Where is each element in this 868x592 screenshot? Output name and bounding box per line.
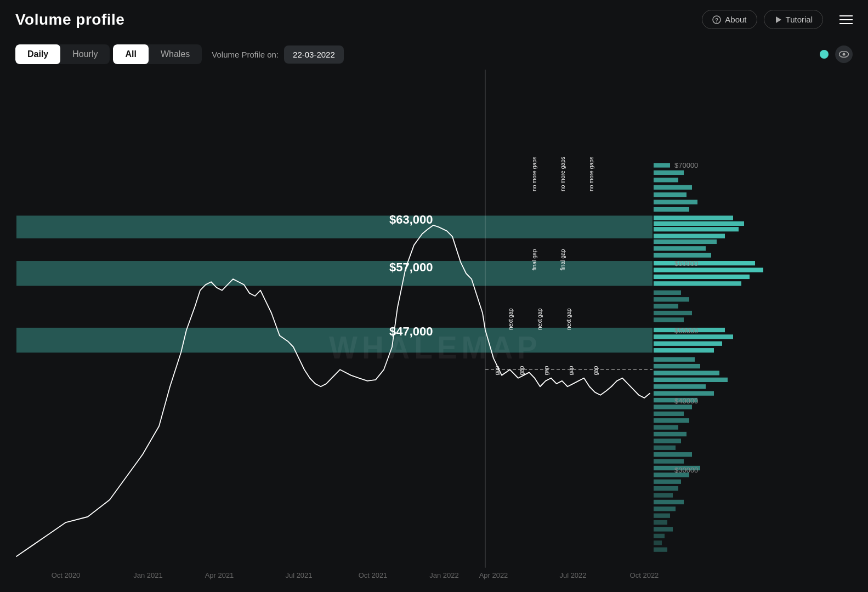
svg-rect-14: [654, 185, 692, 190]
svg-rect-26: [654, 267, 763, 272]
svg-rect-56: [654, 480, 681, 484]
svg-marker-2: [776, 16, 781, 23]
svg-rect-42: [654, 384, 706, 389]
svg-text:$60000: $60000: [674, 259, 698, 267]
tab-daily[interactable]: Daily: [15, 44, 60, 64]
chart-area: $70000 $60000 $50000 $40000 $30000 Oct 2…: [0, 70, 868, 590]
svg-rect-28: [654, 281, 741, 286]
svg-rect-48: [654, 425, 678, 429]
svg-rect-66: [654, 548, 667, 552]
svg-text:Jul 2021: Jul 2021: [285, 571, 312, 579]
svg-rect-47: [654, 418, 689, 423]
svg-rect-45: [654, 405, 692, 409]
svg-rect-33: [654, 317, 684, 322]
svg-text:Oct 2021: Oct 2021: [359, 571, 388, 579]
svg-text:next gap: next gap: [508, 308, 514, 330]
svg-rect-35: [654, 334, 733, 339]
svg-text:gap: gap: [543, 366, 549, 375]
tab-whales[interactable]: Whales: [149, 44, 202, 64]
menu-button[interactable]: [839, 15, 853, 24]
svg-rect-49: [654, 432, 687, 436]
about-label: About: [725, 15, 746, 24]
tutorial-button[interactable]: Tutorial: [764, 10, 823, 29]
svg-rect-64: [654, 534, 665, 538]
svg-rect-63: [654, 527, 673, 531]
svg-text:Jul 2022: Jul 2022: [559, 571, 586, 579]
svg-rect-52: [654, 452, 692, 457]
tutorial-label: Tutorial: [786, 15, 813, 24]
svg-rect-51: [654, 446, 676, 450]
svg-rect-20: [654, 227, 739, 231]
svg-rect-7: [16, 261, 653, 286]
svg-rect-50: [654, 439, 681, 443]
svg-rect-19: [654, 221, 744, 226]
svg-text:$30000: $30000: [674, 466, 698, 474]
svg-text:$63,000: $63,000: [389, 213, 433, 226]
svg-text:no more gaps: no more gaps: [531, 157, 537, 191]
svg-rect-6: [16, 215, 653, 238]
svg-rect-38: [654, 357, 695, 362]
svg-text:Oct 2022: Oct 2022: [630, 571, 659, 579]
svg-rect-22: [654, 240, 717, 244]
svg-text:Oct 2020: Oct 2020: [52, 571, 81, 579]
svg-text:gap: gap: [519, 366, 525, 375]
date-badge[interactable]: 22-03-2022: [284, 45, 344, 64]
svg-text:gap: gap: [593, 366, 599, 375]
svg-rect-59: [654, 500, 684, 504]
tab-hourly[interactable]: Hourly: [60, 44, 110, 64]
svg-rect-36: [654, 341, 722, 346]
svg-text:WHALEMAP: WHALEMAP: [329, 330, 542, 365]
svg-text:$40000: $40000: [674, 397, 698, 405]
question-icon: ?: [712, 15, 721, 24]
filter-tab-group: All Whales: [113, 44, 202, 64]
svg-rect-30: [654, 297, 689, 301]
svg-rect-31: [654, 304, 678, 309]
page-title: Volume profile: [15, 11, 124, 29]
svg-rect-16: [654, 200, 697, 204]
svg-rect-58: [654, 493, 673, 497]
svg-text:gap: gap: [494, 366, 500, 375]
svg-rect-46: [654, 412, 684, 416]
svg-text:$57,000: $57,000: [389, 260, 433, 274]
svg-point-4: [843, 53, 846, 56]
svg-text:no more gaps: no more gaps: [588, 157, 594, 191]
svg-rect-12: [654, 170, 684, 175]
svg-rect-37: [654, 348, 714, 352]
svg-text:Apr 2022: Apr 2022: [479, 571, 508, 579]
svg-text:Apr 2021: Apr 2021: [205, 571, 234, 579]
svg-text:?: ?: [715, 17, 718, 23]
svg-rect-23: [654, 246, 706, 251]
svg-rect-60: [654, 506, 676, 511]
svg-rect-15: [654, 192, 687, 197]
svg-text:no more gaps: no more gaps: [560, 157, 566, 191]
svg-text:Jan 2022: Jan 2022: [429, 571, 458, 579]
svg-rect-29: [654, 291, 681, 295]
svg-text:final gap: final gap: [531, 249, 537, 270]
visibility-toggle[interactable]: [835, 45, 853, 63]
svg-text:$50000: $50000: [674, 327, 698, 335]
svg-rect-62: [654, 520, 667, 525]
svg-rect-11: [654, 163, 670, 167]
svg-rect-27: [654, 275, 750, 279]
vol-profile-label: Volume Profile on:: [212, 50, 279, 59]
svg-text:$70000: $70000: [674, 161, 698, 169]
tab-all[interactable]: All: [113, 44, 148, 64]
svg-text:Jan 2021: Jan 2021: [133, 571, 162, 579]
svg-rect-41: [654, 378, 728, 382]
time-tab-group: Daily Hourly: [15, 44, 110, 64]
svg-text:gap: gap: [568, 366, 574, 375]
svg-rect-13: [654, 178, 678, 182]
svg-rect-18: [654, 215, 733, 220]
svg-rect-43: [654, 391, 714, 396]
svg-rect-32: [654, 311, 692, 315]
teal-indicator: [820, 50, 829, 59]
svg-text:next gap: next gap: [537, 308, 543, 330]
svg-rect-21: [654, 234, 725, 238]
svg-rect-17: [654, 207, 689, 212]
about-button[interactable]: ? About: [702, 10, 757, 29]
svg-rect-57: [654, 486, 678, 491]
svg-rect-25: [654, 261, 755, 265]
svg-rect-40: [654, 371, 719, 375]
svg-text:final gap: final gap: [560, 249, 566, 270]
svg-rect-65: [654, 540, 662, 545]
